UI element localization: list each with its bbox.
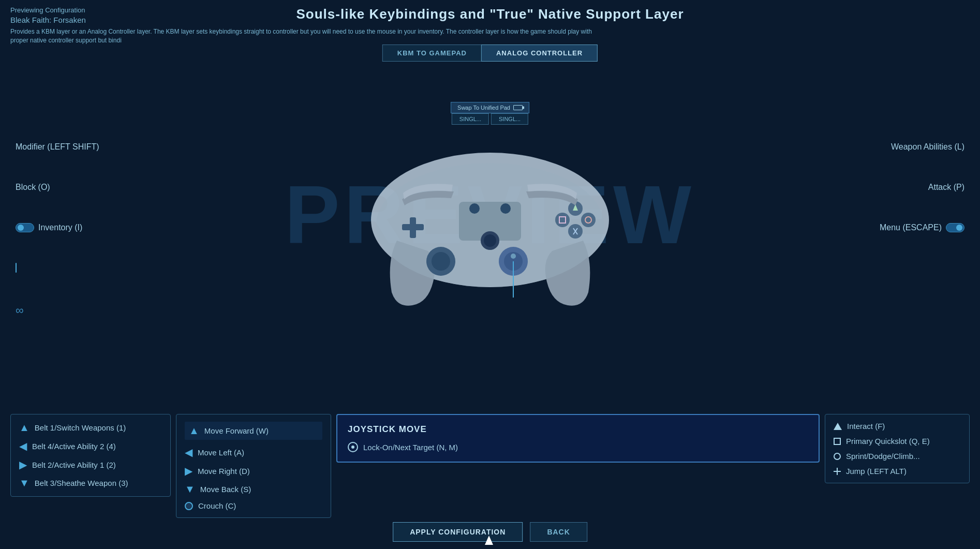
toggle-icon-right	[946, 223, 964, 232]
preview-area: Swap To Unified Pad SINGL... SINGL... PR…	[0, 75, 980, 354]
svg-point-6	[432, 252, 450, 271]
arrow-down-icon-2: ▼	[185, 483, 195, 495]
circle-icon	[834, 453, 841, 460]
belt-item-4: ▼ Belt 3/Sheathe Weapon (3)	[19, 477, 162, 489]
cross-icon	[834, 468, 841, 475]
panel-belt: ▲ Belt 1/Switch Weapons (1) ◀ Belt 4/Act…	[10, 414, 171, 497]
arrow-right-icon-1: ▶	[19, 458, 27, 471]
belt-item-3: ▶ Belt 2/Active Ability 1 (2)	[19, 458, 162, 471]
svg-rect-4	[402, 224, 424, 230]
arrow-up-icon: ▲	[19, 422, 29, 434]
svg-point-20	[500, 203, 511, 214]
label-inventory: Inventory (I)	[16, 223, 99, 232]
singl-left-btn[interactable]: SINGL...	[452, 113, 489, 125]
panel-move: ▲ Move Forward (W) ◀ Move Left (A) ▶ Mov…	[176, 414, 331, 518]
label-pill	[16, 263, 99, 273]
arrow-down-icon-1: ▼	[19, 477, 29, 489]
action-sprint: Sprint/Dodge/Climb...	[834, 452, 961, 461]
tab-kbm-to-gamepad[interactable]: KBM TO GAMEPAD	[382, 44, 481, 62]
belt-item-2: ◀ Belt 4/Active Ability 2 (4)	[19, 440, 162, 452]
svg-point-10	[555, 213, 570, 227]
controller-image	[361, 116, 619, 313]
triangle-icon	[834, 423, 842, 430]
apply-configuration-button[interactable]: APPLY CONFIGURATION	[393, 522, 523, 542]
move-right-item: ▶ Move Right (D)	[185, 465, 322, 477]
arrow-right-icon-2: ▶	[185, 465, 192, 477]
label-infinity: ∞	[16, 304, 99, 317]
joystick-title: JOYSTICK MOVE	[348, 424, 808, 435]
crouch-item: Crouch (C)	[185, 501, 322, 510]
action-interact: Interact (F)	[834, 422, 961, 431]
label-attack: Attack (P)	[928, 183, 964, 192]
left-labels: Modifier (LEFT SHIFT) Block (O) Inventor…	[16, 142, 99, 317]
joystick-dot	[351, 446, 354, 449]
svg-point-13	[581, 213, 596, 227]
label-menu: Menu (ESCAPE)	[880, 223, 964, 232]
move-back-item: ▼ Move Back (S)	[185, 483, 322, 495]
top-header: Previewing Configuration Bleak Faith: Fo…	[0, 0, 980, 25]
back-button[interactable]: BACK	[530, 522, 587, 542]
singl-dropdown: SINGL... SINGL...	[452, 113, 528, 125]
circle-icon-small	[185, 502, 193, 510]
pill-icon	[16, 263, 17, 273]
svg-point-22	[484, 234, 496, 247]
label-weapon-abilities: Weapon Abilities (L)	[891, 142, 964, 152]
panel-joystick: JOYSTICK MOVE Lock-On/Next Target (N, M)	[336, 414, 820, 463]
svg-point-9	[511, 254, 516, 259]
singl-right-btn[interactable]: SINGL...	[491, 113, 528, 125]
right-labels: Weapon Abilities (L) Attack (P) Menu (ES…	[880, 142, 964, 232]
arrow-up-icon-2: ▲	[189, 425, 199, 437]
action-quickslot: Primary Quickslot (Q, E)	[834, 437, 961, 446]
square-icon	[834, 438, 841, 445]
config-label: Previewing Configuration	[10, 6, 85, 14]
cursor	[485, 536, 493, 545]
joystick-circle-icon	[348, 442, 358, 452]
arrow-left-icon-1: ◀	[19, 440, 27, 452]
joystick-item-1: Lock-On/Next Target (N, M)	[348, 442, 808, 452]
label-modifier: Modifier (LEFT SHIFT)	[16, 142, 99, 152]
swap-tooltip-text: Swap To Unified Pad	[457, 105, 510, 111]
bottom-panels: ▲ Belt 1/Switch Weapons (1) ◀ Belt 4/Act…	[0, 414, 980, 518]
move-forward-item: ▲ Move Forward (W)	[185, 422, 322, 440]
panel-actions: Interact (F) Primary Quickslot (Q, E) Sp…	[825, 414, 970, 483]
arrow-left-icon-2: ◀	[185, 446, 192, 458]
tab-analog-controller[interactable]: ANALOG CONTROLLER	[481, 44, 598, 62]
label-block: Block (O)	[16, 183, 99, 192]
toggle-icon-left	[16, 223, 34, 232]
game-label: Bleak Faith: Forsaken	[10, 16, 86, 24]
swap-tooltip[interactable]: Swap To Unified Pad	[451, 102, 529, 113]
svg-point-19	[469, 203, 480, 214]
move-left-item: ◀ Move Left (A)	[185, 446, 322, 458]
action-jump: Jump (LEFT ALT)	[834, 467, 961, 476]
main-title: Souls-like Keybindings and "True" Native…	[10, 6, 970, 22]
belt-item-1: ▲ Belt 1/Switch Weapons (1)	[19, 422, 162, 434]
tab-bar: KBM TO GAMEPAD ANALOG CONTROLLER	[382, 44, 598, 62]
battery-icon	[513, 105, 523, 110]
infinity-icon: ∞	[16, 304, 24, 317]
